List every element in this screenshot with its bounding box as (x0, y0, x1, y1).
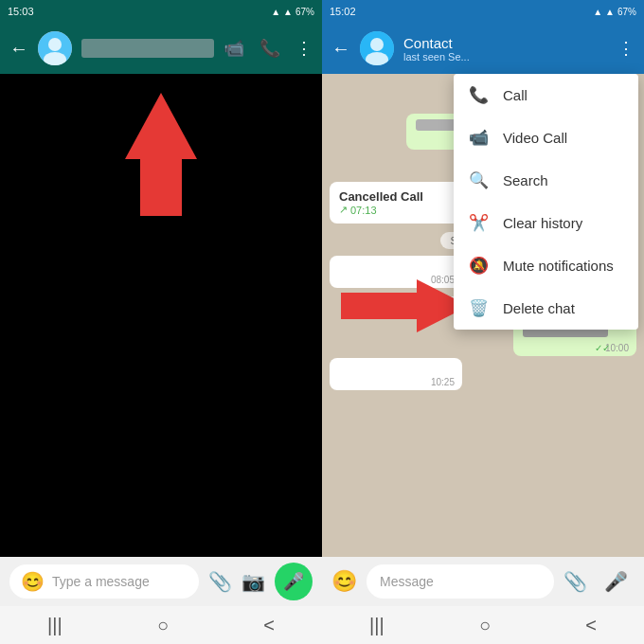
wifi-icon: ▲ (283, 7, 293, 17)
more-icon-right[interactable]: ⋮ (617, 38, 635, 59)
msg-time-4: 10:25 (431, 377, 455, 387)
mute-menu-icon: 🔕 (469, 256, 488, 276)
nav-home-left[interactable]: ○ (157, 615, 169, 636)
menu-item-clear-history[interactable]: ✂️ Clear history (454, 202, 638, 244)
mic-icon-left: 🎤 (283, 571, 304, 592)
menu-item-delete-chat[interactable]: 🗑️ Delete chat (454, 287, 638, 330)
status-bar-left: 15:03 ▲ ▲ 67% (0, 0, 322, 23)
cancelled-call-title: Cancelled Call (339, 189, 423, 204)
nav-menu-right[interactable]: ||| (369, 615, 385, 636)
last-seen-right: last seen Se... (403, 51, 608, 63)
video-call-menu-icon: 📹 (469, 128, 488, 148)
contact-info-right: Contact last seen Se... (403, 35, 608, 63)
attach-btn-right[interactable]: 📎 (564, 570, 587, 593)
header-icons-left: 📹 📞 ⋮ (224, 38, 313, 59)
header-icons-right: ⋮ (617, 38, 635, 59)
camera-icon-left[interactable]: 📷 (242, 570, 265, 593)
emoji-icon-left[interactable]: 😊 (21, 570, 45, 593)
chat-body-left (0, 74, 322, 557)
clear-history-menu-icon: ✂️ (469, 213, 488, 233)
message-field-right[interactable]: Message (367, 564, 554, 599)
message-input-left[interactable]: 😊 Type a message (9, 564, 199, 599)
battery-left: 67% (295, 7, 314, 17)
back-button-left[interactable]: ← (9, 38, 28, 60)
mic-button-left[interactable]: 🎤 (275, 563, 313, 600)
nav-back-left[interactable]: < (263, 615, 275, 636)
attach-icon-left[interactable]: 📎 (208, 570, 232, 593)
mute-menu-label: Mute notifications (503, 258, 614, 274)
status-icons-right: ▲ ▲ 67% (593, 7, 636, 17)
call-time-tag: ↗ 07:13 (339, 204, 423, 216)
wifi-icon-right: ▲ (605, 7, 615, 17)
message-bubble-4: 10:25 (330, 358, 462, 390)
call-time: 07:13 (350, 205, 377, 216)
mic-btn-right[interactable]: 🎤 (597, 563, 635, 600)
search-menu-label: Search (503, 172, 548, 188)
battery-right: 67% (617, 7, 636, 17)
back-button-right[interactable]: ← (331, 38, 350, 60)
red-up-arrow (125, 93, 197, 216)
video-call-menu-label: Video Call (503, 130, 567, 146)
nav-home-right[interactable]: ○ (479, 615, 491, 636)
status-icons-left: ▲ ▲ 67% (271, 7, 314, 17)
phone-icon[interactable]: 📞 (259, 38, 280, 59)
chat-header-right: ← Contact last seen Se... ⋮ (322, 23, 644, 74)
status-bar-right: 15:02 ▲ ▲ 67% (322, 0, 644, 23)
menu-item-call[interactable]: 📞 Call (454, 74, 638, 116)
dropdown-menu: 📞 Call 📹 Video Call 🔍 Search ✂️ Clear hi… (454, 74, 638, 330)
message-placeholder-right: Message (380, 574, 434, 589)
arrow-icon: ↗ (339, 204, 348, 216)
clear-history-menu-label: Clear history (503, 215, 582, 231)
red-right-arrow (341, 279, 469, 332)
menu-item-video-call[interactable]: 📹 Video Call (454, 116, 638, 159)
contact-name-left (81, 39, 214, 58)
signal-icon: ▲ (271, 7, 280, 17)
left-panel: 15:03 ▲ ▲ 67% ← 📹 📞 ⋮ (0, 0, 322, 644)
msg-space-2 (339, 261, 453, 273)
bottom-bar-left: 😊 Type a message 📎 📷 🎤 (0, 557, 322, 606)
call-menu-icon: 📞 (469, 85, 488, 105)
contact-name-right: Contact (403, 35, 608, 51)
search-menu-icon: 🔍 (469, 170, 488, 190)
svg-point-1 (48, 38, 62, 51)
avatar-right (360, 31, 394, 65)
time-left: 15:03 (8, 6, 34, 17)
delete-chat-menu-icon: 🗑️ (469, 298, 488, 318)
signal-icon-right: ▲ (593, 7, 602, 17)
mic-icon-right: 🎤 (604, 570, 628, 593)
time-right: 15:02 (330, 6, 356, 17)
more-options-icon[interactable]: ⋮ (295, 38, 313, 59)
nav-bar-right: ||| ○ < (322, 606, 644, 644)
avatar-left (38, 31, 72, 65)
nav-back-right[interactable]: < (585, 615, 597, 636)
message-placeholder-left: Type a message (52, 574, 150, 589)
nav-bar-left: ||| ○ < (0, 606, 322, 644)
right-panel: 15:02 ▲ ▲ 67% ← Contact last seen Se... … (322, 0, 644, 644)
nav-menu-left[interactable]: ||| (47, 615, 63, 636)
delete-chat-menu-label: Delete chat (503, 300, 575, 316)
menu-item-mute[interactable]: 🔕 Mute notifications (454, 244, 638, 287)
msg-tick-3: ✓✓ (595, 343, 610, 353)
chat-header-left: ← 📹 📞 ⋮ (0, 23, 322, 74)
svg-point-4 (370, 38, 384, 51)
menu-item-search[interactable]: 🔍 Search (454, 159, 638, 202)
emoji-btn-right[interactable]: 😊 (331, 569, 357, 594)
call-menu-label: Call (503, 87, 528, 103)
call-info: Cancelled Call ↗ 07:13 (339, 189, 423, 216)
msg-space-4 (339, 364, 453, 375)
bottom-bar-right: 😊 Message 📎 🎤 (322, 557, 644, 606)
video-call-icon[interactable]: 📹 (224, 38, 244, 59)
